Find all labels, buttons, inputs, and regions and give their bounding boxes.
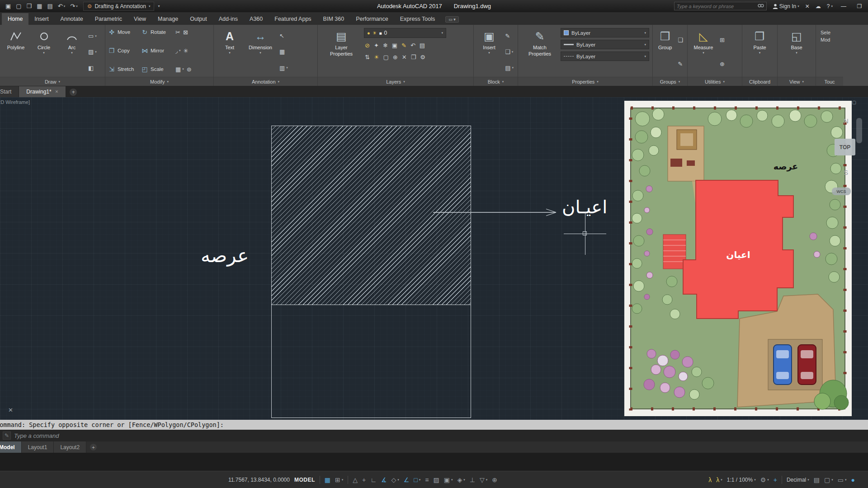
viewcube-north-label[interactable]: N — [844, 117, 849, 125]
display-grid-toggle[interactable]: ▦ ▾ — [322, 474, 333, 486]
restore-button[interactable]: ❐ — [854, 3, 864, 9]
ungroup-tool[interactable]: ❑ — [676, 35, 684, 45]
measure-button[interactable]: ◺ Measure ▾ — [690, 27, 717, 77]
3d-object-snap-toggle[interactable]: ◈ ▾ — [455, 474, 467, 486]
minimize-button[interactable]: — — [839, 3, 849, 9]
object-color-select[interactable]: ByLayer ▾ — [561, 28, 649, 38]
tab-performance[interactable]: Performance — [350, 13, 394, 25]
fillet-tool[interactable]: ◞▾ — [174, 46, 182, 56]
panel-label-touch[interactable]: Touc — [816, 77, 843, 86]
layer-select[interactable]: ● ☀ ■ 0 ▾ — [364, 28, 446, 38]
mirror-button[interactable]: ⋈Mirror — [141, 47, 171, 54]
panel-label-clipboard[interactable]: Clipboard — [742, 77, 777, 86]
search-input[interactable] — [677, 4, 756, 9]
lineweight-toggle[interactable]: ≡ ▾ — [423, 474, 431, 486]
layer-unlock-tool[interactable]: ▢ — [383, 52, 389, 61]
layer-merge-tool[interactable]: ⊕ — [393, 52, 398, 61]
coordinates-readout[interactable]: 11.7567, 13.8434, 0.0000 ▾ — [226, 474, 292, 486]
tab-layout1[interactable]: Layout1 — [22, 441, 54, 453]
layer-settings-tool[interactable]: ⚙ — [420, 52, 425, 61]
dynamic-ucs-toggle[interactable]: ⊥ ▾ — [467, 474, 477, 486]
tab-featured-apps[interactable]: Featured Apps — [269, 13, 317, 25]
drawing-canvas[interactable]: [2D Wireframe] − ▢ عرصه اعيـان ✕ — [0, 97, 868, 420]
tab-annotate[interactable]: Annotate — [55, 13, 89, 25]
sign-in-menu[interactable]: Sign In ▾ — [773, 3, 799, 9]
tab-model[interactable]: Model — [0, 441, 22, 453]
t ab-add-ins[interactable]: Add-ins — [213, 13, 244, 25]
group-button[interactable]: ❒ Group — [656, 27, 675, 77]
text-style-tool[interactable]: ▥▾ — [278, 63, 289, 73]
search-icon[interactable] — [758, 3, 764, 9]
edit-block-tool[interactable]: ✎▾ — [504, 31, 515, 41]
new-drawing-tab-button[interactable]: + — [70, 89, 77, 96]
tab-home[interactable]: Home — [2, 13, 28, 25]
layer-thaw-tool[interactable]: ☀ — [374, 52, 379, 61]
insert-block-button[interactable]: ▣ Insert ▾ — [476, 27, 502, 77]
layer-freeze-tool[interactable]: ❄ — [383, 41, 388, 50]
explode-tool[interactable]: ✳▾ — [182, 46, 190, 56]
qat-more-icon[interactable]: ▾ — [158, 4, 160, 8]
dimension-button[interactable]: ↔ Dimension ▾ — [245, 27, 276, 77]
navigation-bar-handle[interactable] — [856, 118, 862, 143]
viewport-restore-icon[interactable]: ▢ — [852, 100, 856, 105]
panel-label-utilities[interactable]: Utilities▾ — [688, 77, 742, 86]
ortho-mode-toggle[interactable]: ∟ ▾ — [368, 474, 379, 486]
open-icon[interactable]: ❒▾ — [27, 3, 32, 9]
panel-label-properties[interactable]: Properties▾ — [518, 77, 652, 86]
isometric-drafting-toggle[interactable]: ◇ ▾ — [389, 474, 401, 486]
panel-label-modify[interactable]: Modify▾ — [105, 77, 213, 86]
polar-tracking-toggle[interactable]: ∡ ▾ — [379, 474, 389, 486]
polyline-button[interactable]: Polyline — [3, 27, 29, 77]
gizmo-toggle[interactable]: ⊕ ▾ — [490, 474, 500, 486]
units-select[interactable]: Decimal ▾ — [784, 474, 811, 486]
layer-walk-tool[interactable]: ⇅ — [365, 52, 370, 61]
selection-mode-label[interactable]: Sele — [821, 30, 830, 35]
layer-lock-tool[interactable]: ▣ — [392, 41, 397, 50]
leader-tool[interactable]: ↖▾ — [278, 31, 289, 41]
workspace-switching-menu[interactable]: ⚙ ▾ — [758, 474, 771, 486]
annotation-autoscale-toggle[interactable]: λ ▾ — [714, 474, 725, 486]
panel-label-annotation[interactable]: Annotation▾ — [214, 77, 317, 86]
text-button[interactable]: A Text ▾ — [217, 27, 243, 77]
clean-screen-toggle[interactable]: ▭ ▾ — [835, 474, 849, 486]
layer-copy-tool[interactable]: ❐ — [411, 52, 416, 61]
panel-label-block[interactable]: Block▾ — [474, 77, 518, 86]
copy-button[interactable]: ❐Copy — [108, 47, 138, 54]
viewcube-wcs-menu[interactable]: WCS — [832, 188, 851, 195]
rectangle-tool[interactable]: ▭▾ — [87, 31, 98, 41]
transparency-toggle[interactable]: ▨ ▾ — [431, 474, 442, 486]
new-icon[interactable]: ▢▾ — [16, 3, 21, 9]
panel-label-view[interactable]: View▾ — [778, 77, 816, 86]
erase-tool[interactable]: ⊠▾ — [182, 27, 189, 37]
create-block-tool[interactable]: ❑▾ — [504, 47, 515, 57]
tab-bim-360[interactable]: BIM 360 — [317, 13, 350, 25]
linetype-select[interactable]: ByLayer ▾ — [561, 52, 649, 61]
hardware-acceleration-indicator[interactable]: ● ▾ — [849, 474, 857, 486]
selection-cycling-toggle[interactable]: ▣ ▾ — [442, 474, 455, 486]
paste-button[interactable]: ❐ Paste ▾ — [747, 27, 773, 77]
quick-properties-toggle[interactable]: ▤ ▾ — [811, 474, 822, 486]
scale-button[interactable]: ◰Scale — [141, 66, 171, 73]
close-tab-icon[interactable]: ✕ — [55, 89, 59, 94]
help-menu[interactable]: ? ▾ — [827, 3, 833, 9]
rotate-button[interactable]: ↻Rotate — [141, 28, 171, 36]
new-layout-button[interactable]: + — [90, 444, 97, 450]
osnap-tracking-toggle[interactable]: ∠ ▾ — [401, 474, 412, 486]
workspace-switcher[interactable]: ⚙ Drafting & Annotation ▾ — [83, 2, 155, 11]
layer-off-tool[interactable]: ⊘ — [365, 41, 370, 50]
arc-button[interactable]: Arc ▾ — [59, 27, 85, 77]
group-edit-tool[interactable]: ✎ — [676, 59, 684, 69]
move-button[interactable]: ✜Move — [108, 28, 138, 36]
selection-filtering-toggle[interactable]: ▽ ▾ — [477, 474, 490, 486]
layer-isolate-tool[interactable]: ✦ — [374, 41, 379, 50]
command-prompt-placeholder[interactable]: Type a command — [14, 432, 59, 439]
array-tool[interactable]: ▦▾ — [174, 64, 185, 74]
undo-icon[interactable]: ↶▾ — [58, 3, 65, 9]
viewcube-south-label[interactable]: S — [844, 169, 848, 176]
tab-start[interactable]: Start — [0, 86, 19, 97]
tab-parametric[interactable]: Parametric — [89, 13, 128, 25]
lower-parcel-rectangle[interactable] — [271, 305, 471, 418]
trim-tool[interactable]: ✂▾ — [174, 27, 182, 37]
circle-button[interactable]: Circle ▾ — [31, 27, 57, 77]
panel-label-layers[interactable]: Layers▾ — [318, 77, 473, 86]
